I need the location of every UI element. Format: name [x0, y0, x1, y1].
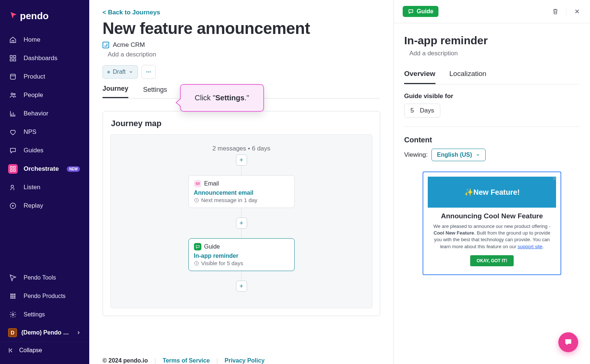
nav-people[interactable]: People: [0, 86, 89, 104]
nav-listen[interactable]: Listen: [0, 178, 89, 197]
listen-icon: [9, 184, 17, 191]
close-icon: [574, 8, 580, 15]
days-unit: Days: [420, 107, 434, 114]
nav-label: Pendo Products: [24, 293, 66, 299]
privacy-link[interactable]: Privacy Policy: [225, 357, 265, 364]
apps-icon: [9, 292, 17, 300]
days-value: 5: [410, 107, 414, 114]
status-dot-icon: [107, 71, 110, 73]
preview-heading: Announcing Cool New Feature: [430, 212, 554, 220]
nav-nps[interactable]: NPS: [0, 123, 89, 141]
nav-label: Settings: [24, 311, 45, 318]
nav-pendo-tools[interactable]: Pendo Tools: [0, 268, 89, 287]
svg-rect-1: [14, 56, 16, 58]
add-step-button[interactable]: +: [236, 155, 247, 166]
ptab-localization[interactable]: Localization: [450, 67, 486, 84]
close-panel-button[interactable]: [573, 7, 581, 15]
nav-label: Behavior: [24, 110, 48, 117]
description-input[interactable]: Add a description: [108, 51, 380, 58]
chart-icon: [9, 110, 17, 117]
journey-node-email[interactable]: Email Announcement email Next message in…: [188, 175, 295, 208]
logo: pendo: [0, 10, 89, 31]
svg-rect-2: [10, 59, 13, 61]
tooltip-bold: Settings: [215, 94, 244, 102]
nav-replay[interactable]: Replay: [0, 197, 89, 215]
nav-dashboards[interactable]: Dashboards: [0, 49, 89, 67]
visible-days-input[interactable]: 5 Days: [404, 104, 440, 118]
preview-support-link[interactable]: support site: [518, 244, 542, 249]
svg-point-25: [150, 72, 151, 73]
nav-pendo-products[interactable]: Pendo Products: [0, 287, 89, 305]
viewing-row: Viewing: English (US): [404, 149, 580, 161]
message-icon: [9, 147, 17, 154]
journey-node-guide[interactable]: Guide In-app reminder Visible for 5 days: [188, 238, 295, 271]
svg-point-20: [13, 298, 14, 299]
account-switcher[interactable]: D (Demo) Pendo …: [0, 324, 89, 342]
home-icon: [9, 36, 17, 44]
account-avatar: D: [8, 328, 17, 337]
chip-label: Guide: [417, 8, 433, 15]
svg-point-21: [14, 298, 15, 299]
sidebar-bottom: Pendo Tools Pendo Products Settings D (D…: [0, 268, 89, 364]
panel-tabs: Overview Localization: [404, 67, 580, 84]
svg-point-22: [12, 314, 14, 316]
node-subtext: Next message in 1 day: [201, 197, 258, 203]
nav-guides[interactable]: Guides: [0, 141, 89, 160]
svg-rect-4: [10, 74, 15, 79]
status-dropdown[interactable]: Draft: [103, 65, 138, 79]
node-title[interactable]: In-app reminder: [194, 253, 289, 259]
node-type: Email: [204, 180, 219, 187]
panel-description-input[interactable]: Add a description: [404, 50, 580, 57]
svg-point-18: [14, 296, 15, 297]
help-fab[interactable]: [558, 332, 578, 352]
tab-journey[interactable]: Journey: [103, 82, 128, 98]
tos-link[interactable]: Terms of Service: [163, 357, 210, 364]
panel-title: In-app reminder: [404, 34, 580, 47]
replay-icon: [9, 202, 17, 209]
grid-icon: [9, 55, 17, 62]
add-step-button[interactable]: +: [236, 281, 247, 292]
page-title: New feature announcement: [103, 19, 380, 38]
nav-product[interactable]: Product: [0, 67, 89, 86]
preview-ok-button[interactable]: OKAY, GOT IT!: [470, 255, 514, 266]
connector: [241, 166, 242, 175]
nav-home[interactable]: Home: [0, 31, 89, 49]
svg-rect-8: [14, 166, 15, 168]
tab-settings[interactable]: Settings: [143, 83, 167, 98]
tools-icon: [9, 274, 17, 281]
svg-rect-26: [196, 183, 199, 185]
details-panel: Guide In-app reminder Add a description …: [393, 0, 590, 364]
add-step-button[interactable]: +: [236, 218, 247, 229]
nav-label: Guides: [24, 147, 44, 154]
svg-rect-9: [10, 170, 12, 171]
people-icon: [9, 91, 17, 99]
primary-nav: Home Dashboards Product People Behavior …: [0, 31, 89, 215]
chevron-down-icon: [129, 70, 133, 74]
nav-behavior[interactable]: Behavior: [0, 104, 89, 123]
guide-chip: Guide: [403, 6, 438, 17]
nav-orchestrate[interactable]: Orchestrate NEW: [0, 160, 89, 178]
journey-map-title: Journey map: [111, 119, 372, 128]
logo-text: pendo: [20, 10, 49, 22]
email-icon: [194, 180, 201, 187]
delete-button[interactable]: [551, 7, 559, 15]
nav-settings[interactable]: Settings: [0, 305, 89, 324]
connector: [241, 208, 242, 218]
clock-icon: [194, 198, 199, 203]
panel-body: In-app reminder Add a description Overvi…: [394, 23, 590, 284]
svg-point-24: [148, 72, 149, 73]
language-select[interactable]: English (US): [431, 149, 486, 161]
svg-point-14: [13, 294, 14, 295]
collapse-sidebar[interactable]: Collapse: [0, 342, 89, 360]
tooltip-text: .": [244, 94, 249, 102]
onboarding-tooltip: Click "Settings.": [180, 84, 264, 112]
more-actions-button[interactable]: [142, 65, 156, 79]
app-icon: [103, 42, 109, 48]
node-title[interactable]: Announcement email: [194, 190, 289, 196]
logo-mark-icon: [10, 10, 18, 22]
ptab-overview[interactable]: Overview: [404, 67, 435, 84]
back-link[interactable]: < Back to Journeys: [103, 9, 380, 16]
sidebar: pendo Home Dashboards Product People Beh…: [0, 0, 89, 364]
preview-close-button[interactable]: ✕: [552, 175, 557, 182]
svg-point-15: [14, 294, 15, 295]
